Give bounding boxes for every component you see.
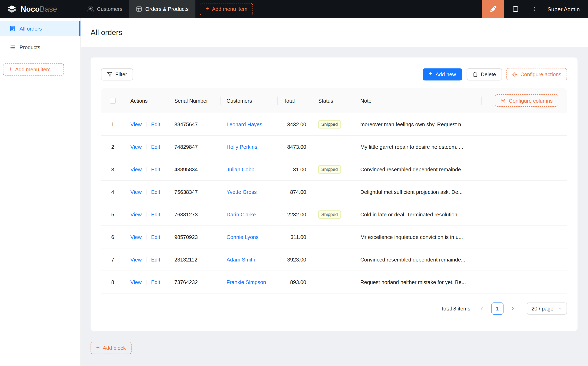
column-header-serial: Serial Number [168,88,221,113]
table-header-row: Actions Serial Number Customers Total St… [101,88,567,113]
row-index: 8 [101,279,124,285]
more-menu-button[interactable] [526,0,542,18]
status-cell: Shipped [312,120,354,128]
sidebar-item-all-orders[interactable]: All orders [0,21,80,36]
top-header: NocoBase Customers Orders & Products + A… [0,0,588,18]
divider [146,167,147,172]
view-link[interactable]: View [130,257,142,262]
column-header-customers: Customers [220,88,278,113]
status-badge: Shipped [318,210,341,218]
document-icon [9,26,15,31]
row-index: 6 [101,234,124,240]
sidebar: All orders Products + Add menu item [0,18,81,366]
highlighter-icon [490,6,497,13]
button-label: Filter [115,71,127,77]
view-link[interactable]: View [130,234,142,240]
user-menu[interactable]: Super Admin [542,0,588,18]
customer-link[interactable]: Holly Perkins [226,144,257,150]
table-row: 3 ViewEdit 43895834 Julian Cobb 31.00 Sh… [101,158,567,181]
page-1-button[interactable]: 1 [491,303,503,315]
note-cell: Convinced resembled dependent remainde..… [354,166,482,172]
note-cell: Cold in late or deal. Terminated resolut… [354,212,482,217]
column-header-note: Note [354,88,482,113]
customer-link[interactable]: Connie Lyons [226,234,259,240]
page-size-value: 20 / page [531,305,553,312]
plus-icon: + [429,71,432,77]
table-row: 7 ViewEdit 23132112 Adam Smith 3923.00 C… [101,248,567,271]
customer-link[interactable]: Yvette Gross [226,189,257,195]
ui-editor-button[interactable] [482,0,504,18]
sidebar-item-products[interactable]: Products [0,40,80,55]
button-label: Add new [436,71,456,77]
button-label: Configure actions [520,71,561,77]
customer-cell: Yvette Gross [220,189,278,195]
view-link[interactable]: View [130,144,142,150]
note-cell: Mr excellence inquietude conviction is i… [354,234,482,240]
customer-link[interactable]: Leonard Hayes [226,121,262,127]
edit-link[interactable]: Edit [151,144,160,150]
plus-icon: + [9,66,12,72]
vertical-dots-icon [531,6,538,13]
select-all-checkbox[interactable] [110,98,116,104]
prev-page-button[interactable] [476,303,488,315]
edit-link[interactable]: Edit [151,166,160,172]
row-actions: ViewEdit [124,279,168,285]
plus-icon: + [96,344,99,351]
row-index: 7 [101,257,124,262]
edit-link[interactable]: Edit [151,257,160,262]
status-badge: Shipped [318,120,341,128]
trash-icon [472,71,478,77]
configure-actions-button[interactable]: Configure actions [506,68,567,81]
button-label: Add menu item [212,6,248,12]
nav-item-orders-products[interactable]: Orders & Products [129,0,195,18]
list-icon [9,44,15,50]
view-link[interactable]: View [130,279,142,285]
customer-link[interactable]: Adam Smith [226,257,255,262]
customer-cell: Frankie Simpson [220,279,278,285]
customer-link[interactable]: Julian Cobb [226,166,255,172]
edit-link[interactable]: Edit [151,279,160,285]
nav-item-customers[interactable]: Customers [81,0,129,18]
add-menu-item-button-header[interactable]: + Add menu item [200,3,253,15]
row-actions: ViewEdit [124,257,168,262]
pagination: Total 8 items 1 20 / page [101,303,567,315]
divider [146,189,147,194]
chevron-left-icon [479,306,484,311]
add-menu-item-button-sidebar[interactable]: + Add menu item [3,63,64,76]
row-actions: ViewEdit [124,189,168,195]
header-right: Super Admin [482,0,588,18]
sidebar-item-label: Products [19,44,40,50]
customer-link[interactable]: Frankie Simpson [226,279,266,285]
table-row: 8 ViewEdit 73764232 Frankie Simpson 893.… [101,271,567,293]
customer-link[interactable]: Darin Clarke [226,212,256,217]
add-block-button[interactable]: + Add block [90,342,132,354]
view-link[interactable]: View [130,212,142,217]
configure-columns-button[interactable]: Configure columns [495,94,558,107]
filter-button[interactable]: Filter [101,68,133,80]
collections-button[interactable] [504,0,526,18]
note-cell: My little garret repair to desire he est… [354,144,482,150]
logo[interactable]: NocoBase [0,0,81,18]
button-label: Add menu item [15,66,51,72]
note-cell: Request norland neither mistake for yet.… [354,279,482,285]
button-label: Add block [103,345,126,351]
page-size-select[interactable]: 20 / page [527,303,567,315]
filter-icon [107,71,113,77]
serial-number-cell: 98570923 [168,234,221,240]
edit-link[interactable]: Edit [151,212,160,217]
status-cell: Shipped [312,210,354,218]
edit-link[interactable]: Edit [151,234,160,240]
next-page-button[interactable] [507,303,519,315]
table-icon [136,6,142,12]
delete-button[interactable]: Delete [467,68,502,80]
add-new-button[interactable]: + Add new [423,68,462,80]
edit-link[interactable]: Edit [151,189,160,195]
total-cell: 311.00 [278,234,312,240]
view-link[interactable]: View [130,189,142,195]
serial-number-cell: 74829847 [168,144,221,150]
chevron-down-icon [558,306,562,311]
view-link[interactable]: View [130,166,142,172]
row-index: 4 [101,189,124,195]
view-link[interactable]: View [130,121,142,127]
edit-link[interactable]: Edit [151,121,160,127]
